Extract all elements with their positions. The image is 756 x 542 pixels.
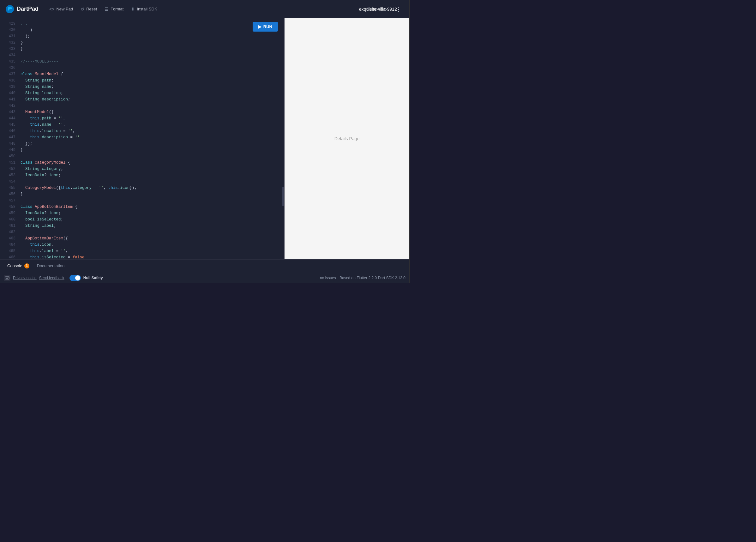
svg-rect-3 — [7, 277, 7, 278]
flutter-version-text: Based on Flutter 2.2.0 Dart SDK 2.13.0 — [339, 276, 405, 280]
code-line: 429 ... — [0, 21, 284, 27]
code-editor[interactable]: 429 ... 430 ) 431 ); 432 } 433 } 434 — [0, 18, 284, 259]
console-badge: 3 — [24, 263, 29, 268]
code-line: 441 String description; — [0, 96, 284, 103]
code-line: 430 ) — [0, 27, 284, 33]
logo-area: DartPad — [5, 5, 39, 14]
code-line: 455 CategoryModel({this.category = '', t… — [0, 185, 284, 191]
code-line: 445 this.name = '', — [0, 122, 284, 128]
new-pad-button[interactable]: <> New Pad — [46, 5, 76, 14]
logo-text: DartPad — [17, 6, 39, 12]
details-page-label: Details Page — [334, 136, 359, 141]
code-line: 456 } — [0, 191, 284, 197]
header-actions: <> New Pad ↺ Reset ☰ Format ⬇ Install SD… — [46, 5, 363, 14]
no-issues-text: no issues — [320, 276, 336, 280]
documentation-tab-label: Documentation — [37, 263, 64, 268]
new-pad-icon: <> — [49, 7, 54, 12]
code-line: 462 — [0, 229, 284, 235]
code-line: 465 this.label = '', — [0, 248, 284, 254]
code-line: 449 } — [0, 147, 284, 153]
code-line: 442 — [0, 103, 284, 109]
install-sdk-button[interactable]: ⬇ Install SDK — [128, 5, 160, 14]
svg-rect-5 — [9, 277, 9, 278]
reset-icon: ↺ — [81, 7, 84, 12]
code-line: 440 String location; — [0, 90, 284, 96]
editor-panel: ▶ RUN 429 ... 430 ) 431 ); 432 } 433 — [0, 18, 285, 259]
code-line: 434 — [0, 52, 284, 58]
code-line: 453 IconData? icon; — [0, 172, 284, 178]
install-icon: ⬇ — [131, 7, 135, 12]
null-safety-toggle[interactable] — [69, 275, 81, 281]
svg-rect-4 — [8, 277, 8, 278]
code-line: 433 } — [0, 46, 284, 52]
code-line: 439 String name; — [0, 84, 284, 90]
code-line: 444 this.path = '', — [0, 115, 284, 122]
svg-rect-1 — [5, 276, 9, 279]
run-button[interactable]: ▶ RUN — [253, 22, 278, 32]
code-line: 457 — [0, 197, 284, 204]
code-line: 458 class AppBottomBarItem { — [0, 204, 284, 210]
code-line: 436 — [0, 65, 284, 71]
console-tab-label: Console — [7, 263, 22, 268]
send-feedback-link[interactable]: Send feedback — [39, 276, 64, 280]
code-line: 464 this.icon, — [0, 242, 284, 248]
code-line: 437 class MountModel { — [0, 71, 284, 77]
code-line: 454 — [0, 178, 284, 185]
null-safety-label: Null Safety — [83, 276, 103, 280]
code-line: 466 this.isSelected = false — [0, 254, 284, 259]
svg-rect-6 — [6, 278, 8, 279]
tab-console[interactable]: Console 3 — [4, 262, 33, 270]
scrollbar-track[interactable] — [282, 18, 284, 259]
preview-panel: Details Page — [285, 18, 409, 259]
code-line: 431 ); — [0, 33, 284, 39]
tab-documentation[interactable]: Documentation — [34, 262, 68, 270]
run-play-icon: ▶ — [258, 24, 261, 29]
bottom-tabs: Console 3 Documentation — [0, 259, 409, 272]
code-line: 443 MountModel({ — [0, 109, 284, 115]
code-line: 446 this.location = '', — [0, 128, 284, 134]
scrollbar-thumb[interactable] — [282, 187, 284, 206]
code-line: 435 //----MODELS---- — [0, 58, 284, 65]
header: DartPad <> New Pad ↺ Reset ☰ Format ⬇ In… — [0, 0, 409, 18]
code-line: 461 String label; — [0, 223, 284, 229]
format-button[interactable]: ☰ Format — [101, 5, 127, 14]
code-line: 463 AppBottomBarItem({ — [0, 235, 284, 242]
code-line: 452 String category; — [0, 166, 284, 172]
privacy-notice-link[interactable]: Privacy notice — [13, 276, 37, 280]
code-line: 459 IconData? icon; — [0, 210, 284, 216]
code-line: 432 } — [0, 39, 284, 46]
pad-name: exquisite-villa-9912 — [359, 7, 397, 12]
svg-rect-2 — [6, 277, 6, 278]
code-line: 448 }); — [0, 141, 284, 147]
main-content: ▶ RUN 429 ... 430 ) 431 ); 432 } 433 — [0, 18, 409, 259]
status-info: no issues Based on Flutter 2.2.0 Dart SD… — [320, 276, 405, 280]
reset-button[interactable]: ↺ Reset — [77, 5, 100, 14]
code-line: 438 String path; — [0, 77, 284, 84]
dartpad-logo-icon — [5, 5, 14, 14]
null-safety-toggle-area: Null Safety — [69, 275, 103, 281]
status-bar: Privacy notice Send feedback Null Safety… — [0, 272, 409, 283]
format-icon: ☰ — [105, 7, 109, 12]
code-line: 447 this.description = '' — [0, 134, 284, 141]
toggle-knob — [75, 275, 80, 280]
code-line: 460 bool isSelected; — [0, 216, 284, 223]
code-line: 451 class CategoryModel { — [0, 160, 284, 166]
keyboard-icon — [4, 275, 10, 281]
code-line: 450 — [0, 153, 284, 160]
